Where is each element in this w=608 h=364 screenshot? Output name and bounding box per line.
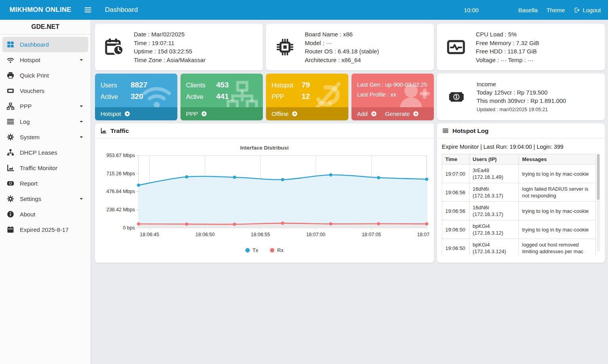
menu-toggle-icon[interactable] bbox=[84, 6, 92, 14]
sitemap-icon bbox=[6, 148, 15, 157]
sidebar-item-label: Expired 2025-8-17 bbox=[20, 226, 68, 233]
topbar-link-logout[interactable]: Logout bbox=[574, 7, 601, 13]
info-line: Free Memory : 7.32 GiB bbox=[476, 39, 539, 47]
sidebar-item-label: Dashboard bbox=[20, 41, 49, 48]
caret-down-icon bbox=[78, 196, 84, 202]
stat-value: 320 bbox=[131, 92, 143, 101]
log-time: 19:06:56 bbox=[442, 183, 469, 202]
sidebar-item-report[interactable]: Report bbox=[2, 176, 88, 191]
log-scrollbar-thumb[interactable] bbox=[597, 154, 600, 200]
info-line: Architecture : x86_64 bbox=[305, 56, 379, 64]
log-col-time: Time bbox=[442, 154, 469, 165]
chart-area-icon bbox=[100, 127, 107, 134]
log-user: bpKGi4(172.16.3.12) bbox=[469, 220, 519, 239]
traffic-panel-title: Traffic bbox=[110, 127, 129, 135]
stat-footer-link-ppp[interactable]: PPP bbox=[186, 110, 207, 117]
stat-footer-link-generate[interactable]: Generate bbox=[385, 110, 420, 117]
page-title: Dashboard bbox=[105, 6, 138, 14]
hotspot-log-title: Hotspot Log bbox=[452, 127, 488, 135]
arrow-circle-icon bbox=[370, 110, 377, 117]
sidebar-item-traffic-monitor[interactable]: Traffic Monitor bbox=[2, 160, 88, 176]
caret-down-icon bbox=[78, 103, 84, 109]
log-message: trying to log in by mac-cookie bbox=[519, 165, 596, 183]
topbar-link-theme[interactable]: Theme bbox=[546, 7, 565, 13]
stat-value: 441 bbox=[216, 92, 229, 101]
sidebar-item-label: Quick Print bbox=[20, 72, 49, 79]
info-line: CPU Load : 5% bbox=[476, 30, 539, 39]
dashboard-icon bbox=[6, 40, 15, 49]
svg-text:1: 1 bbox=[455, 94, 458, 100]
sidebar-item-ppp[interactable]: PPP bbox=[2, 99, 88, 114]
info-line: Model : ··· bbox=[305, 39, 379, 47]
calendar-icon bbox=[6, 226, 15, 234]
log-message: trying to log in by mac-cookie bbox=[519, 220, 596, 239]
svg-text:18:06:50: 18:06:50 bbox=[196, 232, 215, 237]
chart-legend: TxRx bbox=[95, 247, 434, 253]
log-message: login failed RADIUS server is not respon… bbox=[519, 183, 596, 202]
arrow-circle-icon bbox=[412, 110, 419, 117]
income-lines: Income Today 125vcr : Rp 719.500 This mo… bbox=[477, 80, 566, 114]
gear-icon bbox=[6, 133, 15, 141]
stat-label: Active bbox=[101, 93, 131, 100]
stat-footer-link-offline[interactable]: Offline bbox=[272, 110, 298, 117]
svg-text:476.84 Mbps: 476.84 Mbps bbox=[106, 189, 135, 194]
sidebar-item-label: System bbox=[20, 134, 40, 140]
log-user: 16dN6i(172.16.3.17) bbox=[469, 183, 519, 202]
chip-icon bbox=[275, 37, 295, 57]
card-datetime: Date : Mar/02/2025Time : 19:07:11Uptime … bbox=[95, 24, 263, 70]
stat-footer-link-hotspot[interactable]: Hotspot bbox=[101, 110, 131, 117]
logout-icon bbox=[574, 7, 580, 13]
stat-label: Clients bbox=[186, 82, 216, 89]
topbar-link-basella[interactable]: Basella bbox=[518, 7, 538, 13]
log-message: trying to log in by mac-cookie bbox=[519, 202, 596, 220]
network-icon bbox=[6, 102, 15, 110]
router-name: GDE.NET bbox=[0, 20, 91, 34]
sidebar-item-settings[interactable]: Settings bbox=[2, 191, 88, 207]
sidebar-item-label: Log bbox=[20, 118, 30, 125]
main-content: Date : Mar/02/2025Time : 19:07:11Uptime … bbox=[91, 20, 608, 263]
legend-dot bbox=[270, 248, 274, 252]
income-today: Today 125vcr : Rp 719.500 bbox=[477, 88, 566, 97]
sidebar-item-expired-2025-8-17[interactable]: Expired 2025-8-17 bbox=[2, 222, 88, 237]
svg-text:18:06:45: 18:06:45 bbox=[140, 232, 159, 237]
stat-footer-link-add[interactable]: Add bbox=[357, 110, 377, 117]
traffic-chart: 953.67 Mbps715.26 Mbps476.84 Mbps238.42 … bbox=[95, 152, 434, 244]
info-line: Time : 19:07:11 bbox=[134, 39, 205, 47]
sidebar-item-vouchers[interactable]: Vouchers bbox=[2, 83, 88, 99]
sidebar: GDE.NET DashboardHotspotQuick PrintVouch… bbox=[0, 20, 91, 364]
log-row: 19:07:003rEa48(172.16.1.49)trying to log… bbox=[442, 165, 596, 183]
log-row: 19:06:50bpKGi4(172.16.3.12)trying to log… bbox=[442, 220, 596, 239]
sidebar-item-dhcp-leases[interactable]: DHCP Leases bbox=[2, 145, 88, 160]
voucher-icon bbox=[6, 87, 15, 95]
sidebar-item-dashboard[interactable]: Dashboard bbox=[2, 37, 88, 52]
traffic-panel-header: Traffic bbox=[95, 123, 434, 138]
stat-card-clients: Clients453Active441PPP bbox=[180, 74, 263, 120]
calendar-clock-icon bbox=[104, 37, 124, 57]
sidebar-item-label: Report bbox=[20, 180, 38, 187]
info-line: Voltage : ··· Temp : ··· bbox=[476, 56, 539, 64]
stat-label: PPP bbox=[272, 93, 302, 100]
svg-text:18:07:10: 18:07:10 bbox=[417, 232, 430, 237]
sidebar-item-log[interactable]: Log bbox=[2, 114, 88, 129]
log-scrollbar[interactable] bbox=[597, 154, 600, 252]
caret-down-icon bbox=[78, 119, 84, 125]
topbar-links: BasellaThemeLogout bbox=[509, 7, 601, 13]
svg-text:238.42 Mbps: 238.42 Mbps bbox=[106, 207, 135, 212]
sidebar-item-system[interactable]: System bbox=[2, 129, 88, 145]
app-brand[interactable]: MIKHMON ONLINE bbox=[0, 6, 76, 14]
hotspot-log-table: TimeUsers (IP)Messages 19:07:003rEa48(17… bbox=[442, 154, 596, 255]
sidebar-item-label: Vouchers bbox=[20, 87, 45, 94]
stat-label: Active bbox=[186, 93, 216, 100]
sidebar-item-hotspot[interactable]: Hotspot bbox=[2, 52, 88, 68]
legend-item-tx[interactable]: Tx bbox=[245, 247, 258, 253]
hotspot-log-header: Hotspot Log bbox=[437, 123, 605, 138]
svg-text:18:06:55: 18:06:55 bbox=[251, 232, 270, 237]
stat-value: 12 bbox=[302, 92, 310, 101]
card-resources: CPU Load : 5%Free Memory : 7.32 GiBFree … bbox=[437, 24, 605, 70]
sidebar-item-quick-print[interactable]: Quick Print bbox=[2, 68, 88, 83]
info-lines: Board Name : x86Model : ···Router OS : 6… bbox=[305, 30, 379, 64]
log-user: bpKGi4(172.16.3.124) bbox=[469, 239, 519, 256]
legend-item-rx[interactable]: Rx bbox=[270, 247, 283, 253]
sidebar-item-about[interactable]: About bbox=[2, 207, 88, 222]
monitor-pulse-icon bbox=[446, 37, 466, 57]
